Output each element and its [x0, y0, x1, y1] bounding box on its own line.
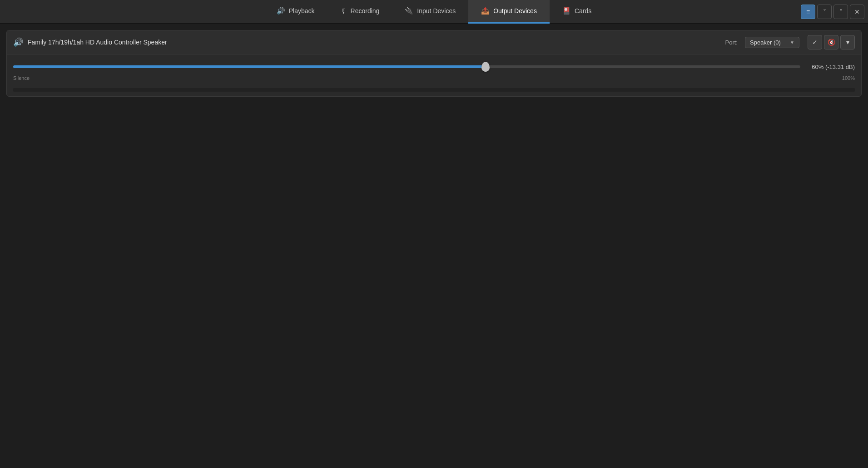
scroll-up-button[interactable]: ˄: [833, 5, 848, 19]
mute-button[interactable]: 🔇: [824, 35, 838, 49]
tab-playback-label: Playback: [289, 7, 315, 15]
nav-right-controls: ≡ ˅ ˄ ✕: [801, 5, 864, 19]
tab-output-devices-label: Output Devices: [493, 7, 537, 15]
device-action-buttons: ✓ 🔇 ▾: [808, 35, 855, 49]
port-label: Port:: [725, 39, 738, 46]
scroll-down-button[interactable]: ˅: [817, 5, 832, 19]
slider-labels: Silence 100%: [13, 75, 855, 81]
tab-recording[interactable]: 🎙 Recording: [327, 0, 392, 24]
device-card: 🔊 Family 17h/19h/1ah HD Audio Controller…: [6, 30, 862, 97]
recording-icon: 🎙: [340, 7, 347, 15]
tab-output-devices[interactable]: 📤 Output Devices: [468, 0, 550, 24]
device-speaker-icon: 🔊: [13, 37, 23, 47]
top-nav: 🔊 Playback 🎙 Recording 🔌 Input Devices 📤…: [0, 0, 868, 24]
audio-meter-bar: [13, 88, 855, 92]
device-header: 🔊 Family 17h/19h/1ah HD Audio Controller…: [7, 30, 861, 54]
tab-input-devices[interactable]: 🔌 Input Devices: [392, 0, 468, 24]
main-content: 🔊 Family 17h/19h/1ah HD Audio Controller…: [0, 24, 868, 468]
tab-input-devices-label: Input Devices: [417, 7, 456, 15]
volume-slider-fill: [13, 65, 486, 68]
tab-cards[interactable]: 🎴 Cards: [550, 0, 604, 24]
slider-label-silence: Silence: [13, 75, 30, 81]
port-select-dropdown[interactable]: Speaker (0) ▼: [745, 37, 799, 48]
playback-icon: 🔊: [277, 7, 285, 15]
menu-button[interactable]: ≡: [801, 5, 815, 19]
volume-row: 60% (-13.31 dB): [13, 60, 855, 74]
cards-icon: 🎴: [562, 7, 571, 15]
volume-slider-container[interactable]: [13, 60, 800, 74]
device-name: Family 17h/19h/1ah HD Audio Controller S…: [28, 39, 721, 46]
port-select-value: Speaker (0): [750, 39, 781, 46]
close-button[interactable]: ✕: [850, 5, 864, 19]
tab-recording-label: Recording: [351, 7, 380, 15]
nav-tabs: 🔊 Playback 🎙 Recording 🔌 Input Devices 📤…: [4, 0, 864, 24]
volume-slider-track[interactable]: [13, 65, 800, 68]
volume-value-display: 60% (-13.31 dB): [805, 64, 855, 70]
slider-label-100: 100%: [842, 75, 855, 81]
expand-button[interactable]: ▾: [840, 35, 855, 49]
input-devices-icon: 🔌: [405, 7, 413, 15]
output-devices-icon: 📤: [481, 7, 490, 15]
port-dropdown-chevron: ▼: [790, 40, 794, 45]
volume-slider-thumb[interactable]: [481, 62, 490, 72]
apply-button[interactable]: ✓: [808, 35, 822, 49]
tab-cards-label: Cards: [575, 7, 591, 15]
tab-playback[interactable]: 🔊 Playback: [264, 0, 327, 24]
device-body: 60% (-13.31 dB) Silence 100%: [7, 54, 861, 85]
